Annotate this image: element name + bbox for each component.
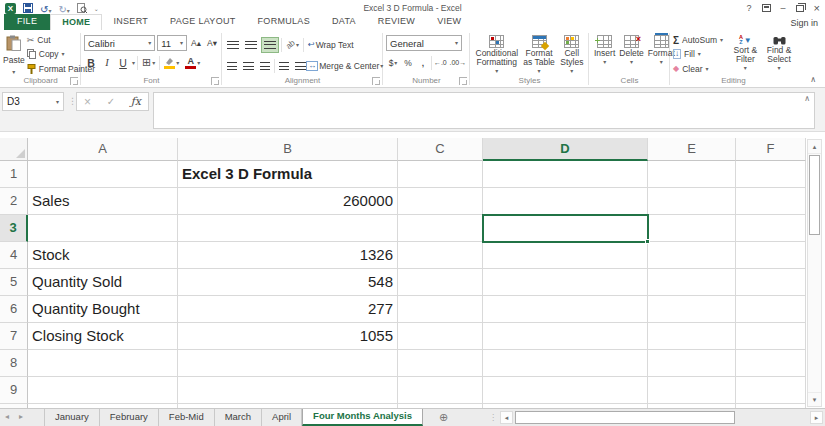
sheet-tab-april[interactable]: April: [262, 409, 302, 426]
cell-A7[interactable]: Closing Stock: [28, 323, 178, 350]
sheet-tab-feb-mid[interactable]: Feb-Mid: [159, 409, 215, 426]
cell-A3[interactable]: [28, 215, 178, 242]
vertical-scrollbar-thumb[interactable]: [809, 155, 820, 235]
collapse-ribbon-icon[interactable]: ∧: [810, 75, 816, 84]
name-box[interactable]: D3 ▾: [2, 92, 64, 111]
number-format-select[interactable]: General▾: [386, 35, 462, 51]
cell-D8[interactable]: [483, 350, 648, 377]
cell-B8[interactable]: [178, 350, 398, 377]
cell-F1[interactable]: [736, 161, 806, 188]
sort-filter-button[interactable]: AZ▼ Sort & Filter ▾: [730, 33, 760, 76]
cell-F6[interactable]: [736, 296, 806, 323]
cell-E7[interactable]: [648, 323, 736, 350]
cell-D5[interactable]: [483, 269, 648, 296]
cell-D4[interactable]: [483, 242, 648, 269]
increase-decimal-button[interactable]: ←.0: [433, 55, 448, 71]
row-header-8[interactable]: 8: [0, 350, 28, 377]
cell-A1[interactable]: [28, 161, 178, 188]
font-size-select[interactable]: 11▾: [157, 35, 187, 51]
column-header-E[interactable]: E: [648, 138, 736, 161]
cell-F2[interactable]: [736, 188, 806, 215]
row-header-3[interactable]: 3: [0, 215, 28, 242]
ribbon-tab-view[interactable]: VIEW: [426, 14, 472, 30]
scroll-down-icon[interactable]: ▾: [808, 392, 821, 406]
vertical-scrollbar[interactable]: ▴ ▾: [807, 139, 822, 407]
autosum-button[interactable]: ΣAutoSum▾: [673, 34, 726, 47]
scroll-right-icon[interactable]: ▸: [810, 411, 823, 424]
cell-C3[interactable]: [398, 215, 483, 242]
cell-A4[interactable]: Stock: [28, 242, 178, 269]
sheet-tab-february[interactable]: February: [100, 409, 159, 426]
italic-button[interactable]: I: [100, 55, 114, 71]
cell-C8[interactable]: [398, 350, 483, 377]
align-right-button[interactable]: [258, 58, 272, 74]
conditional-formatting-button[interactable]: Conditional Formatting ▾: [473, 33, 521, 76]
redo-button[interactable]: ↻▾: [58, 0, 69, 17]
save-icon[interactable]: [23, 3, 33, 13]
align-bottom-button[interactable]: [261, 37, 279, 53]
column-header-D[interactable]: D: [483, 138, 648, 161]
help-button[interactable]: ?: [747, 3, 752, 13]
undo-button[interactable]: ↺▾: [40, 0, 51, 17]
bold-button[interactable]: B: [84, 55, 98, 71]
row-header-9[interactable]: 9: [0, 377, 28, 404]
cell-E8[interactable]: [648, 350, 736, 377]
cell-F7[interactable]: [736, 323, 806, 350]
fill-color-button[interactable]: ▾: [162, 55, 181, 71]
font-dialog-launcher[interactable]: [211, 77, 219, 85]
font-color-button[interactable]: A▾: [183, 55, 202, 71]
cell-C4[interactable]: [398, 242, 483, 269]
cell-D1[interactable]: [483, 161, 648, 188]
comma-button[interactable]: ,: [416, 55, 430, 71]
cell-A8[interactable]: [28, 350, 178, 377]
ribbon-tab-data[interactable]: DATA: [321, 14, 367, 30]
ribbon-tab-formulas[interactable]: FORMULAS: [247, 14, 321, 30]
clipboard-dialog-launcher[interactable]: [70, 77, 78, 85]
cell-B4[interactable]: 1326: [178, 242, 398, 269]
scroll-up-icon[interactable]: ▴: [808, 140, 821, 154]
scroll-left-icon[interactable]: ◂: [500, 411, 513, 424]
restore-button[interactable]: [796, 5, 804, 12]
cell-E2[interactable]: [648, 188, 736, 215]
cell-D3[interactable]: [483, 215, 648, 242]
merge-center-button[interactable]: ↔Merge & Center▾: [310, 58, 380, 74]
cell-B6[interactable]: 277: [178, 296, 398, 323]
cell-styles-button[interactable]: Cell Styles ▾: [558, 33, 586, 76]
enter-icon[interactable]: ✓: [107, 96, 115, 107]
font-name-select[interactable]: Calibri▾: [84, 35, 155, 51]
cell-B7[interactable]: 1055: [178, 323, 398, 350]
cell-B9[interactable]: [178, 377, 398, 404]
sheet-tab-four-months-analysis[interactable]: Four Months Analysis: [302, 409, 423, 426]
cancel-icon[interactable]: ×: [84, 95, 91, 109]
sheet-tab-january[interactable]: January: [44, 409, 100, 426]
expand-formula-bar-icon[interactable]: ∧: [804, 94, 810, 103]
cell-C1[interactable]: [398, 161, 483, 188]
number-dialog-launcher[interactable]: [459, 77, 467, 85]
select-all-button[interactable]: [0, 138, 28, 161]
fill-button[interactable]: ↓Fill▾: [673, 48, 726, 61]
borders-button[interactable]: ⊞▾: [140, 55, 157, 71]
cell-F8[interactable]: [736, 350, 806, 377]
percent-button[interactable]: %: [401, 55, 415, 71]
cell-C9[interactable]: [398, 377, 483, 404]
cell-B5[interactable]: 548: [178, 269, 398, 296]
cell-B3[interactable]: [178, 215, 398, 242]
column-header-F[interactable]: F: [736, 138, 806, 161]
orientation-button[interactable]: ab▾: [284, 37, 301, 53]
row-header-7[interactable]: 7: [0, 323, 28, 350]
find-select-button[interactable]: Find & Select ▾: [764, 33, 794, 76]
align-center-button[interactable]: [241, 58, 255, 74]
sign-in-link[interactable]: Sign in: [790, 18, 818, 28]
ribbon-display-options-icon[interactable]: [762, 4, 771, 12]
cell-C7[interactable]: [398, 323, 483, 350]
cell-E3[interactable]: [648, 215, 736, 242]
cell-A5[interactable]: Quantity Sold: [28, 269, 178, 296]
row-header-1[interactable]: 1: [0, 161, 28, 188]
column-header-C[interactable]: C: [398, 138, 483, 161]
cell-C5[interactable]: [398, 269, 483, 296]
cell-C6[interactable]: [398, 296, 483, 323]
minimize-button[interactable]: –: [781, 3, 786, 13]
decrease-font-button[interactable]: A▾: [205, 35, 219, 51]
ribbon-tab-insert[interactable]: INSERT: [102, 14, 159, 30]
cell-D6[interactable]: [483, 296, 648, 323]
